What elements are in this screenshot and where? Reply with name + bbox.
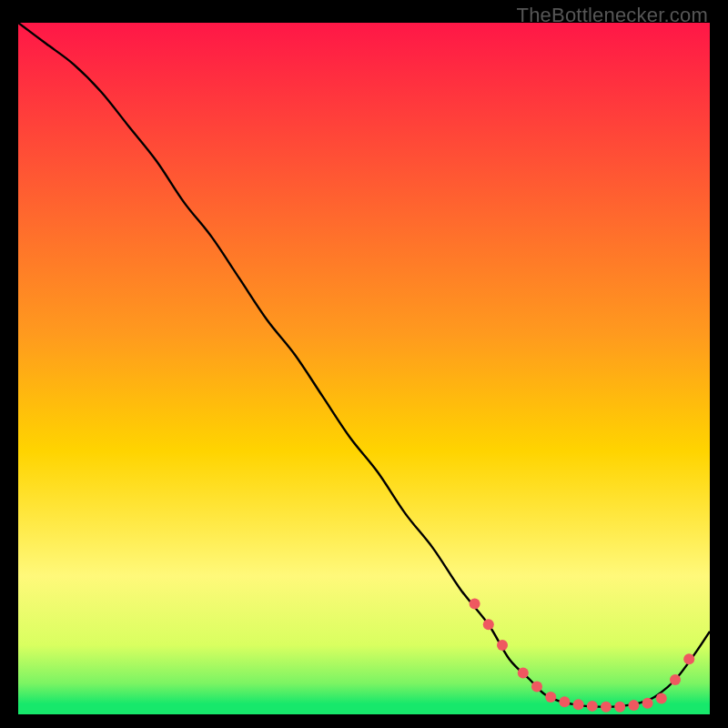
data-marker	[642, 698, 653, 709]
gradient-background	[18, 23, 710, 714]
data-marker	[683, 653, 694, 664]
data-marker	[670, 674, 681, 685]
data-marker	[601, 702, 612, 713]
data-marker	[573, 699, 584, 710]
data-marker	[614, 702, 625, 713]
chart-frame	[18, 23, 710, 714]
data-marker	[531, 682, 542, 693]
data-marker	[470, 598, 480, 609]
data-marker	[628, 700, 639, 711]
data-marker	[483, 619, 494, 630]
data-marker	[559, 696, 570, 707]
data-marker	[587, 701, 598, 712]
data-marker	[656, 693, 667, 704]
bottleneck-chart	[18, 23, 710, 714]
data-marker	[497, 640, 508, 651]
data-marker	[518, 667, 529, 678]
data-marker	[545, 692, 556, 703]
